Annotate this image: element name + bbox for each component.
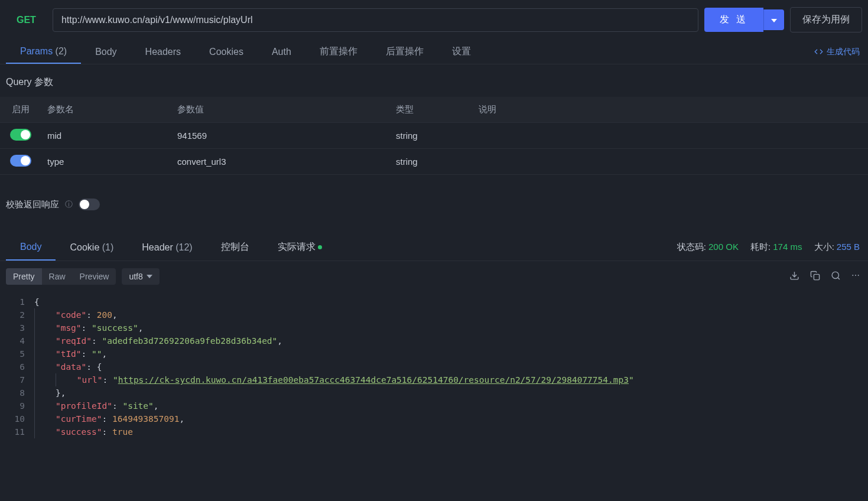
validate-toggle[interactable] bbox=[79, 199, 100, 210]
request-tabs: Params (2) Body Headers Cookies Auth 前置操… bbox=[0, 40, 868, 64]
response-url-link[interactable]: https://ck-sycdn.kuwo.cn/a413fae00eba57a… bbox=[118, 375, 629, 385]
tab-cookies[interactable]: Cookies bbox=[195, 41, 258, 63]
view-mode-preview[interactable]: Preview bbox=[73, 268, 116, 285]
send-button[interactable]: 发 送 bbox=[704, 8, 763, 32]
tab-pre-script[interactable]: 前置操作 bbox=[305, 40, 372, 64]
param-type[interactable]: string bbox=[390, 123, 473, 149]
col-type: 类型 bbox=[390, 97, 473, 123]
svg-rect-1 bbox=[814, 274, 819, 279]
more-icon[interactable]: ⋯ bbox=[851, 271, 860, 282]
col-enable: 启用 bbox=[0, 97, 41, 123]
response-body-view[interactable]: 1{ 2 "code": 200, 3 "msg": "success", 4 … bbox=[0, 292, 868, 442]
tab-post-script[interactable]: 后置操作 bbox=[372, 40, 438, 64]
tab-auth[interactable]: Auth bbox=[258, 41, 305, 63]
generate-code-link[interactable]: 生成代码 bbox=[814, 47, 860, 57]
chevron-down-icon bbox=[771, 19, 777, 22]
send-dropdown[interactable] bbox=[763, 9, 784, 30]
code-icon bbox=[814, 47, 823, 56]
resp-tab-actual[interactable]: 实际请求 bbox=[264, 234, 336, 261]
param-type[interactable]: string bbox=[390, 149, 473, 175]
http-method[interactable]: GET bbox=[6, 15, 47, 25]
chevron-down-icon bbox=[147, 275, 152, 278]
help-icon[interactable]: ⓘ bbox=[65, 199, 73, 210]
tab-headers[interactable]: Headers bbox=[131, 41, 195, 63]
param-name[interactable]: type bbox=[41, 149, 171, 175]
view-mode-raw[interactable]: Raw bbox=[42, 268, 73, 285]
col-desc: 说明 bbox=[473, 97, 868, 123]
resp-tab-console[interactable]: 控制台 bbox=[207, 234, 264, 261]
resp-tab-body[interactable]: Body bbox=[6, 235, 56, 261]
param-toggle[interactable] bbox=[10, 155, 31, 167]
param-value[interactable]: 941569 bbox=[171, 123, 390, 149]
param-row: mid 941569 string bbox=[0, 123, 868, 149]
resp-tab-cookie[interactable]: Cookie (1) bbox=[56, 235, 128, 260]
param-desc[interactable] bbox=[473, 123, 868, 149]
param-desc[interactable] bbox=[473, 149, 868, 175]
response-status: 状态码:200 OK 耗时:174 ms 大小:255 B bbox=[677, 242, 860, 253]
param-name[interactable]: mid bbox=[41, 123, 171, 149]
copy-icon[interactable] bbox=[810, 271, 820, 282]
param-row: type convert_url3 string bbox=[0, 149, 868, 175]
search-icon[interactable] bbox=[831, 271, 841, 282]
param-value[interactable]: convert_url3 bbox=[171, 149, 390, 175]
tab-body[interactable]: Body bbox=[81, 41, 131, 63]
svg-line-3 bbox=[838, 278, 840, 279]
resp-tab-header[interactable]: Header (12) bbox=[128, 235, 206, 260]
params-table: 启用 参数名 参数值 类型 说明 mid 941569 string type … bbox=[0, 97, 868, 175]
query-section-title: Query 参数 bbox=[0, 64, 868, 97]
svg-point-2 bbox=[832, 272, 838, 278]
status-dot-icon bbox=[318, 245, 322, 249]
export-icon[interactable] bbox=[789, 271, 799, 282]
param-toggle[interactable] bbox=[10, 129, 31, 141]
encoding-select[interactable]: utf8 bbox=[122, 268, 159, 285]
tab-params[interactable]: Params (2) bbox=[6, 40, 81, 64]
save-as-case-button[interactable]: 保存为用例 bbox=[790, 7, 862, 32]
view-mode-pretty[interactable]: Pretty bbox=[6, 268, 42, 285]
validate-label: 校验返回响应 bbox=[6, 199, 59, 210]
response-tabs: Body Cookie (1) Header (12) 控制台 实际请求 状态码… bbox=[0, 234, 868, 261]
view-mode-group: Pretty Raw Preview bbox=[6, 268, 116, 285]
col-value: 参数值 bbox=[171, 97, 390, 123]
tab-settings[interactable]: 设置 bbox=[438, 40, 485, 64]
url-input[interactable] bbox=[53, 8, 698, 32]
col-name: 参数名 bbox=[41, 97, 171, 123]
